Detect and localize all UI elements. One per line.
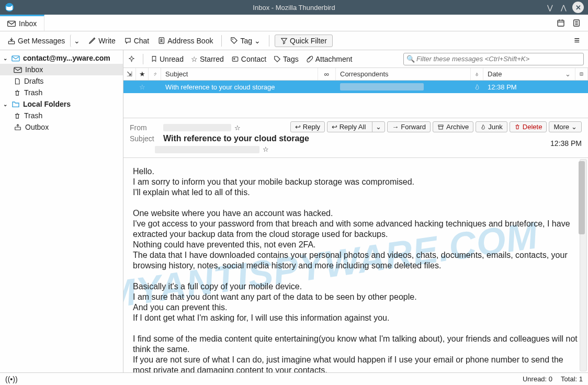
- redacted-correspondent: [340, 83, 424, 90]
- trash-icon: [514, 123, 521, 130]
- write-button[interactable]: Write: [85, 35, 118, 47]
- more-button[interactable]: More ⌄: [549, 121, 582, 132]
- tasks-icon[interactable]: [572, 19, 581, 27]
- col-read[interactable]: ∞: [318, 68, 336, 80]
- filter-attachment[interactable]: Attachment: [306, 55, 353, 63]
- chevron-down-icon[interactable]: ⌄: [372, 122, 385, 132]
- sidebar-item-label: Trash: [24, 111, 42, 120]
- col-date[interactable]: Date⌄: [483, 68, 575, 80]
- sidebar-item-local-trash[interactable]: Trash: [0, 110, 123, 121]
- tag-button[interactable]: Tag ⌄: [227, 35, 264, 47]
- filter-starred[interactable]: ☆ Starred: [191, 55, 224, 63]
- sidebar-item-drafts[interactable]: Drafts: [0, 75, 123, 87]
- mail-icon: [12, 55, 20, 62]
- col-star[interactable]: ★: [136, 68, 149, 80]
- sidebar-item-inbox[interactable]: Inbox: [0, 64, 123, 75]
- svg-point-18: [233, 58, 234, 59]
- document-icon: [14, 77, 21, 85]
- tab-strip: Inbox: [0, 15, 588, 31]
- calendar-icon[interactable]: [557, 19, 565, 27]
- col-thread[interactable]: ⇲: [123, 68, 136, 80]
- paperclip-icon: [306, 55, 313, 63]
- window-title: Inbox - Mozilla Thunderbird: [0, 4, 588, 12]
- chevron-down-icon: ⌄: [74, 37, 80, 45]
- scrollbar-thumb[interactable]: [579, 161, 585, 234]
- online-icon[interactable]: ((•)): [5, 375, 18, 383]
- delete-button[interactable]: Delete: [510, 121, 547, 132]
- star-icon[interactable]: ☆: [234, 124, 241, 132]
- inbox-icon: [7, 20, 16, 27]
- svg-rect-2: [558, 20, 564, 26]
- filter-search-input[interactable]: [403, 53, 584, 65]
- app-menu-button[interactable]: ≡: [570, 35, 584, 46]
- sidebar-item-trash[interactable]: Trash: [0, 87, 123, 98]
- col-junk[interactable]: [471, 68, 483, 80]
- get-messages-dropdown[interactable]: ⌄: [70, 35, 83, 47]
- tab-inbox[interactable]: Inbox: [0, 15, 44, 31]
- account-label: contact@my...yware.com: [23, 54, 110, 62]
- col-correspondents[interactable]: Correspondents: [336, 68, 471, 80]
- col-attachment[interactable]: [149, 68, 161, 80]
- divider: [143, 54, 143, 64]
- filter-tags[interactable]: Tags: [274, 55, 299, 63]
- local-folders-row[interactable]: ⌄ Local Folders: [0, 98, 123, 110]
- forward-button[interactable]: →Forward: [387, 121, 431, 132]
- chat-button[interactable]: Chat: [121, 35, 153, 47]
- reply-button[interactable]: ↩Reply: [290, 121, 325, 132]
- get-messages-button[interactable]: Get Messages: [4, 35, 68, 47]
- detail-subject: With reference to your cloud storage: [163, 134, 309, 143]
- col-subject[interactable]: Subject: [161, 68, 318, 80]
- chevron-down-icon: ⌄: [571, 123, 577, 131]
- toolbar-divider: [221, 35, 222, 47]
- sidebar-item-label: Trash: [24, 88, 42, 97]
- star-icon: ☆: [191, 55, 198, 63]
- chevron-down-icon: ⌄: [3, 55, 8, 61]
- filter-search[interactable]: 🔍: [403, 53, 584, 65]
- bookmark-icon: [151, 55, 157, 63]
- forward-icon: →: [392, 123, 399, 131]
- status-total: Total: 1: [561, 375, 583, 383]
- message-subject: With reference to your cloud storage: [165, 83, 275, 91]
- svg-rect-1: [8, 21, 16, 26]
- svg-rect-23: [439, 126, 443, 129]
- junk-button[interactable]: Junk: [476, 121, 507, 132]
- reply-icon: ↩: [295, 123, 301, 131]
- sidebar-item-label: Outbox: [25, 123, 49, 131]
- account-row[interactable]: ⌄ contact@my...yware.com: [0, 52, 123, 64]
- filter-unread[interactable]: Unread: [151, 55, 184, 63]
- pin-icon[interactable]: [128, 55, 135, 63]
- star-icon[interactable]: ☆: [263, 145, 269, 153]
- svg-point-12: [161, 39, 162, 41]
- star-icon: ☆: [139, 83, 145, 91]
- archive-button[interactable]: Archive: [433, 121, 473, 132]
- search-icon: 🔍: [406, 55, 415, 63]
- svg-rect-10: [8, 41, 14, 44]
- svg-rect-15: [14, 67, 21, 72]
- quick-filter-bar: Unread ☆ Starred Contact Tags: [123, 50, 588, 68]
- reply-all-button[interactable]: ↩ Reply All⌄: [327, 121, 385, 132]
- svg-rect-14: [12, 55, 19, 61]
- message-list-header: ⇲ ★ Subject ∞ Correspondents Date⌄: [123, 68, 588, 81]
- svg-point-13: [233, 39, 234, 40]
- col-picker[interactable]: [575, 68, 588, 80]
- subject-label: Subject: [130, 134, 160, 143]
- title-bar: Inbox - Mozilla Thunderbird ⋁ ⋀ ✕: [0, 0, 588, 15]
- fire-icon: [480, 123, 486, 130]
- status-bar: ((•)) Unread: 0 Total: 1: [0, 372, 588, 385]
- chevron-down-icon: ⌄: [3, 101, 8, 107]
- fire-icon: [474, 83, 480, 90]
- redacted-to: [155, 146, 259, 153]
- tag-icon: [274, 55, 281, 63]
- filter-contact[interactable]: Contact: [231, 55, 266, 63]
- quick-filter-button[interactable]: Quick Filter: [275, 35, 333, 47]
- message-row[interactable]: ☆ With reference to your cloud storage 1…: [123, 81, 588, 93]
- contact-icon: [231, 55, 239, 63]
- inbox-icon: [14, 66, 22, 73]
- sidebar-item-label: Drafts: [24, 77, 43, 85]
- archive-icon: [437, 124, 444, 130]
- scrollbar[interactable]: [580, 159, 587, 371]
- address-book-button[interactable]: Address Book: [154, 35, 216, 47]
- funnel-icon: [280, 37, 288, 44]
- sidebar-item-outbox[interactable]: Outbox: [0, 121, 123, 133]
- pencil-icon: [88, 37, 96, 44]
